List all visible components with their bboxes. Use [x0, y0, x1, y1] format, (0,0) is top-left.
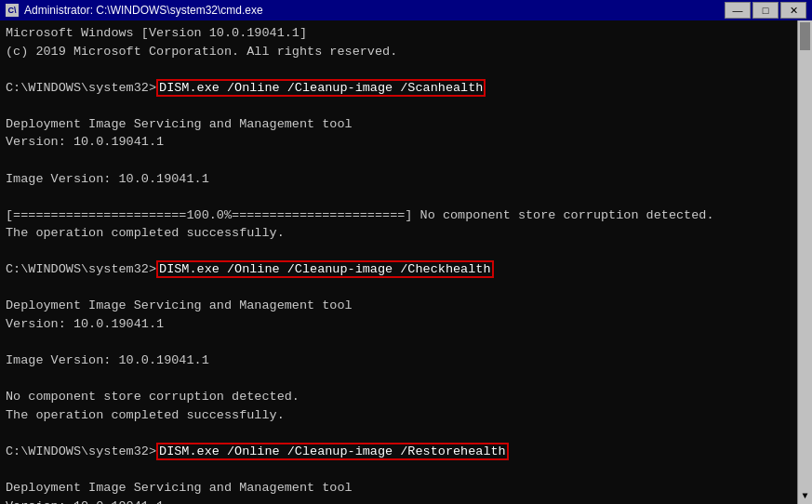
command-line: C:\WINDOWS\system32>DISM.exe /Online /Cl… — [6, 79, 808, 98]
command-text: DISM.exe /Online /Cleanup-image /Scanhea… — [156, 79, 486, 97]
blank-line — [6, 97, 808, 115]
blank-line — [6, 152, 808, 170]
window-title: Administrator: C:\WINDOWS\system32\cmd.e… — [24, 4, 263, 17]
terminal-window: Microsoft Windows [Version 10.0.19041.1]… — [0, 20, 812, 504]
command-line: C:\WINDOWS\system32>DISM.exe /Online /Cl… — [6, 260, 808, 279]
maximize-button[interactable]: □ — [752, 2, 779, 19]
scroll-down-arrow[interactable]: ▼ — [798, 489, 812, 504]
title-bar: C\ Administrator: C:\WINDOWS\system32\cm… — [0, 0, 812, 20]
blank-line — [6, 334, 808, 352]
command-prompt: C:\WINDOWS\system32> — [6, 444, 156, 458]
terminal-line: Version: 10.0.19041.1 — [6, 315, 808, 334]
blank-line — [6, 188, 808, 206]
terminal-line: (c) 2019 Microsoft Corporation. All righ… — [6, 43, 808, 61]
close-button[interactable]: ✕ — [780, 2, 806, 19]
terminal-line: No component store corruption detected. — [6, 388, 808, 406]
terminal-line: Image Version: 10.0.19041.1 — [6, 351, 808, 370]
blank-line — [6, 370, 808, 389]
command-prompt: C:\WINDOWS\system32> — [6, 262, 156, 276]
minimize-button[interactable]: — — [725, 2, 751, 19]
blank-line — [6, 461, 808, 480]
scrollbar[interactable]: ▲ ▼ — [797, 20, 812, 504]
blank-line — [6, 424, 808, 443]
terminal-line: Microsoft Windows [Version 10.0.19041.1] — [6, 24, 808, 43]
terminal-line: Deployment Image Servicing and Managemen… — [6, 297, 808, 315]
terminal-line: [=======================100.0%==========… — [6, 206, 808, 225]
blank-line — [6, 279, 808, 298]
terminal-line: The operation completed successfully. — [6, 224, 808, 243]
blank-line — [6, 60, 808, 79]
terminal-line: The operation completed successfully. — [6, 406, 808, 425]
app-icon: C\ — [6, 4, 19, 17]
terminal-line: Image Version: 10.0.19041.1 — [6, 170, 808, 189]
terminal-line: Deployment Image Servicing and Managemen… — [6, 115, 808, 134]
blank-line — [6, 243, 808, 261]
terminal-line: Deployment Image Servicing and Managemen… — [6, 479, 808, 497]
command-prompt: C:\WINDOWS\system32> — [6, 81, 156, 95]
scroll-thumb[interactable] — [800, 22, 810, 50]
command-line: C:\WINDOWS\system32>DISM.exe /Online /Cl… — [6, 443, 808, 461]
command-text: DISM.exe /Online /Cleanup-image /Restore… — [156, 443, 509, 460]
terminal-line: Version: 10.0.19041.1 — [6, 133, 808, 152]
terminal-line: Version: 10.0.19041.1 — [6, 497, 808, 504]
command-text: DISM.exe /Online /Cleanup-image /Checkhe… — [156, 260, 493, 278]
